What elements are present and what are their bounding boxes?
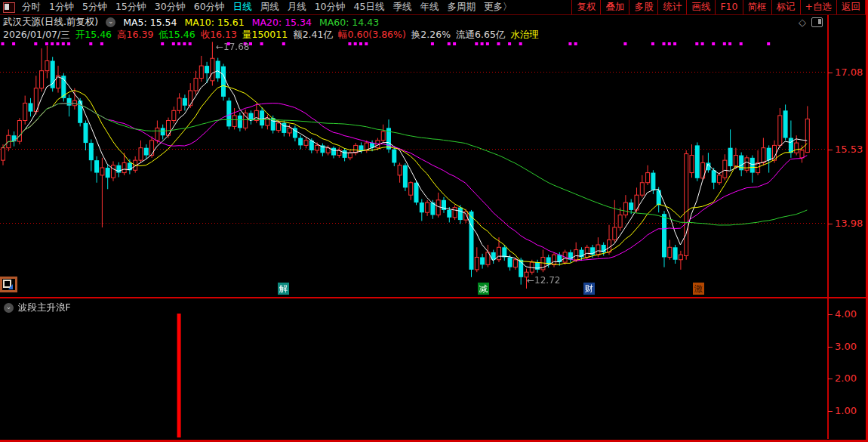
main-chart: ←17.68 ←12.72 解 减 财 激 — [0, 41, 827, 298]
event-marker-ji[interactable]: 激 — [693, 283, 704, 295]
multistock-button[interactable]: 多股 — [629, 0, 658, 14]
split-panel-icon[interactable] — [811, 17, 823, 27]
price-axis-separator — [827, 15, 829, 439]
chart-corner-tools: ◇ — [799, 17, 823, 27]
overlay-button[interactable]: 叠加 — [601, 0, 629, 14]
quote-change: 幅0.60(3.86%) — [338, 29, 406, 42]
toolbar-buttons: 复权 叠加 多股 统计 画线 F10 简框 标记 +自选 返回 — [571, 0, 866, 14]
layout-toggle-icon[interactable] — [3, 2, 15, 13]
quote-volume: 量150011 — [242, 29, 288, 42]
price-axis-label: 15.53 — [835, 144, 863, 155]
add-favorite-button[interactable]: +自选 — [801, 0, 837, 14]
tab-more[interactable]: 更多〉 — [484, 1, 512, 14]
high-price-annotation: ←17.68 — [216, 42, 249, 52]
tab-daily[interactable]: 日线 — [233, 1, 252, 14]
low-price-annotation: ←12.72 — [527, 275, 560, 286]
tab-15min[interactable]: 15分钟 — [115, 1, 146, 14]
ma10-value: MA10: 15.61 — [185, 17, 245, 28]
stock-title: 武汉天源(日线.前复权) — [3, 16, 98, 29]
event-marker-cai[interactable]: 财 — [583, 283, 595, 295]
event-marker-jian[interactable]: 减 — [478, 283, 489, 295]
indicator-axis-label: 4.00 — [835, 308, 857, 320]
quote-open: 开15.46 — [75, 29, 112, 42]
price-axis-label: 13.98 — [835, 218, 863, 229]
indicator-panel: ⌄ 波段主升浪F — [0, 299, 827, 439]
quote-info-row: 2026/01/07/三 开15.46 高16.39 低15.46 收16.13… — [3, 29, 539, 42]
tab-fenshi[interactable]: 分时 — [22, 1, 41, 14]
indicator-chevron-icon[interactable]: ⌄ — [4, 303, 14, 313]
quote-turnover: 换2.26% — [411, 29, 451, 42]
indicator-canvas[interactable] — [0, 299, 827, 439]
quote-high: 高16.39 — [117, 29, 153, 42]
tab-10min[interactable]: 10分钟 — [315, 1, 346, 14]
tab-season[interactable]: 季线 — [392, 1, 411, 14]
mark-button[interactable]: 标记 — [772, 0, 801, 14]
quote-date: 2026/01/07/三 — [3, 29, 70, 42]
candlestick-canvas[interactable] — [0, 41, 827, 298]
period-toolbar: 分时 1分钟 5分钟 15分钟 30分钟 60分钟 日线 周线 月线 10分钟 … — [0, 0, 866, 15]
indicator-label-row: ⌄ 波段主升浪F — [4, 301, 71, 314]
tab-5min[interactable]: 5分钟 — [82, 1, 107, 14]
period-tabs: 分时 1分钟 5分钟 15分钟 30分钟 60分钟 日线 周线 月线 10分钟 … — [22, 1, 512, 14]
tab-multi-period[interactable]: 多周期 — [447, 1, 476, 14]
f10-button[interactable]: F10 — [716, 0, 743, 14]
ma60-value: MA60: 14.43 — [319, 17, 379, 28]
price-axis-label: 17.08 — [835, 66, 863, 78]
back-button[interactable]: 返回 — [837, 0, 866, 14]
tab-yearly[interactable]: 年线 — [420, 1, 439, 14]
quote-low: 低15.46 — [159, 29, 195, 42]
tab-60min[interactable]: 60分钟 — [194, 1, 225, 14]
ma5-value: MA5: 15.54 — [123, 17, 177, 28]
title-row: 武汉天源(日线.前复权) ⌄ MA5: 15.54 MA10: 15.61 MA… — [3, 16, 379, 28]
indicator-name: 波段主升浪F — [18, 301, 71, 314]
simpleframe-button[interactable]: 简框 — [743, 0, 772, 14]
collapse-chevron-icon[interactable]: ⌄ — [106, 17, 115, 27]
tab-weekly[interactable]: 周线 — [260, 1, 279, 14]
quote-concept: 水治理 — [510, 29, 539, 42]
indicator-axis-label: 3.00 — [835, 341, 857, 352]
tab-monthly[interactable]: 月线 — [288, 1, 306, 14]
stats-button[interactable]: 统计 — [658, 0, 687, 14]
quote-float: 流通6.65亿 — [456, 29, 505, 42]
drawline-button[interactable]: 画线 — [687, 0, 716, 14]
panel-divider[interactable] — [0, 297, 866, 298]
diamond-icon[interactable]: ◇ — [799, 17, 806, 27]
quote-amount: 额2.41亿 — [293, 29, 333, 42]
quote-close: 收16.13 — [201, 29, 237, 42]
event-marker-jie[interactable]: 解 — [278, 283, 289, 295]
fuquan-button[interactable]: 复权 — [572, 0, 601, 14]
indicator-axis-label: 2.00 — [835, 372, 857, 384]
indicator-axis-label: 1.00 — [835, 405, 857, 416]
tab-45day[interactable]: 45日线 — [354, 1, 385, 14]
tdx-app: 分时 1分钟 5分钟 15分钟 30分钟 60分钟 日线 周线 月线 10分钟 … — [0, 0, 868, 442]
tab-30min[interactable]: 30分钟 — [155, 1, 186, 14]
ma20-value: MA20: 15.34 — [252, 17, 312, 28]
tab-1min[interactable]: 1分钟 — [49, 1, 74, 14]
document-marker-icon[interactable] — [0, 277, 17, 292]
